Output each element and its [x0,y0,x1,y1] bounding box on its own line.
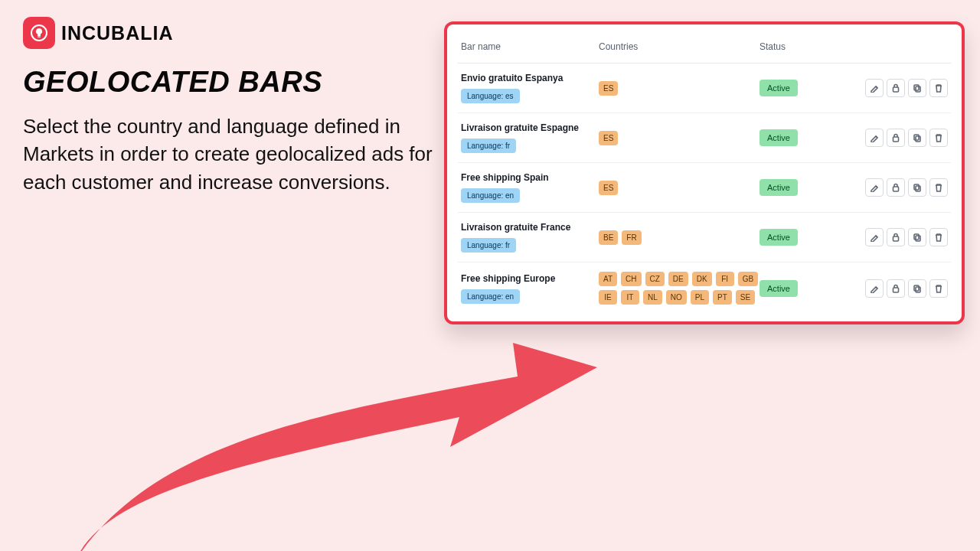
edit-button[interactable] [865,228,884,246]
svg-rect-9 [914,184,919,190]
country-chip: ES [599,131,618,145]
lock-button[interactable] [887,279,905,298]
delete-button[interactable] [929,178,948,197]
headline: GEOLOCATED BARS [23,66,436,99]
delete-icon [934,183,943,192]
copy-icon [913,284,922,293]
table-row: Free shipping SpainLanguage: enESActive [458,163,951,213]
status-cell: Active [760,80,851,96]
table-row: Livraison gratuite FranceLanguage: frBEF… [458,213,951,262]
lock-icon [891,133,900,142]
country-chip: BE [599,230,618,245]
svg-rect-2 [893,87,899,92]
bar-title: Envio gratuito Espanya [461,73,599,83]
lock-icon [891,183,900,192]
bars-table: Bar name Countries Status Envio gratuito… [447,24,962,321]
svg-rect-15 [914,285,919,291]
language-chip: Language: fr [461,238,516,253]
country-chip: DK [692,272,712,286]
svg-rect-13 [916,236,920,241]
status-cell: Active [760,280,851,297]
countries-cell: ES [599,181,760,195]
language-chip: Language: en [461,289,520,304]
bar-title: Livraison gratuite Espagne [461,122,599,133]
copy-button[interactable] [908,228,926,246]
country-chip: ES [599,181,618,195]
svg-rect-5 [893,137,899,142]
copy-button[interactable] [908,178,926,197]
svg-rect-16 [916,287,920,292]
bar-title: Free shipping Europe [461,273,599,284]
delete-button[interactable] [929,228,948,246]
brand-icon [23,17,55,49]
edit-button[interactable] [865,79,884,97]
name-cell: Free shipping EuropeLanguage: en [461,273,599,304]
copy-icon [913,83,922,93]
country-chip: FI [716,272,734,286]
brand-name: INCUBALIA [61,22,174,44]
name-cell: Envio gratuito EspanyaLanguage: es [461,73,599,103]
pointer-arrow [61,298,643,551]
country-chip: DE [668,272,688,286]
name-cell: Livraison gratuite EspagneLanguage: fr [461,122,599,153]
country-chip: ES [599,81,618,96]
countries-cell: ATCHCZDEDKFIGBIEITNLNOPLPTSE [599,272,760,305]
lock-button[interactable] [887,228,905,246]
table-row: Livraison gratuite EspagneLanguage: frES… [458,113,951,163]
col-header-name: Bar name [461,41,599,52]
actions-cell [851,178,948,197]
edit-icon [870,284,879,293]
name-cell: Free shipping SpainLanguage: en [461,172,599,203]
svg-rect-12 [914,234,919,240]
svg-rect-11 [893,236,899,241]
status-badge: Active [760,129,798,146]
copy-button[interactable] [908,279,926,298]
country-chip: PL [691,290,709,305]
language-chip: Language: es [461,89,520,103]
delete-icon [934,233,943,242]
table-row: Envio gratuito EspanyaLanguage: esESActi… [458,64,951,113]
edit-button[interactable] [865,129,884,147]
bar-title: Free shipping Spain [461,172,599,183]
country-chip: PT [713,290,732,305]
edit-button[interactable] [865,178,884,197]
delete-icon [934,284,943,293]
delete-button[interactable] [929,279,948,298]
delete-button[interactable] [929,129,948,147]
lock-icon [891,233,900,242]
col-header-countries: Countries [599,41,760,52]
svg-rect-4 [916,86,920,92]
language-chip: Language: en [461,188,520,203]
name-cell: Livraison gratuite FranceLanguage: fr [461,222,599,253]
lightbulb-icon [30,24,48,42]
status-badge: Active [760,179,798,196]
brand-logo: INCUBALIA [23,17,436,49]
country-chip: IT [621,290,639,305]
copy-button[interactable] [908,129,926,147]
status-badge: Active [760,229,798,246]
lock-button[interactable] [887,129,905,147]
status-cell: Active [760,229,851,246]
country-chip: NL [643,290,662,305]
country-chip: AT [599,272,617,286]
copy-button[interactable] [908,79,926,97]
country-chip: GB [738,272,758,286]
lock-icon [891,83,900,93]
bars-panel: Bar name Countries Status Envio gratuito… [444,21,965,324]
edit-button[interactable] [865,279,884,298]
lock-button[interactable] [887,178,905,197]
svg-rect-6 [914,135,919,140]
promo-block: INCUBALIA GEOLOCATED BARS Select the cou… [23,17,436,196]
language-chip: Language: fr [461,139,516,153]
country-chip: CZ [645,272,665,286]
actions-cell [851,279,948,298]
actions-cell [851,79,948,97]
status-cell: Active [760,179,851,196]
copy-icon [913,183,922,192]
edit-icon [870,233,879,242]
delete-icon [934,133,943,142]
lock-button[interactable] [887,79,905,97]
delete-button[interactable] [929,79,948,97]
lock-icon [891,284,900,293]
svg-rect-10 [916,186,920,191]
